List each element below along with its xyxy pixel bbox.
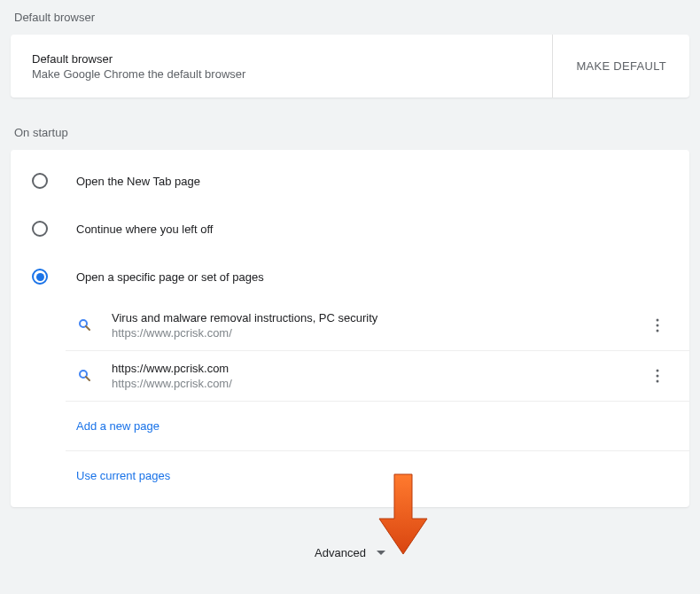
startup-page-title: https://www.pcrisk.com [112,362,647,375]
startup-page-url: https://www.pcrisk.com/ [112,377,647,390]
svg-point-2 [657,319,659,322]
on-startup-card: Open the New Tab page Continue where you… [11,150,689,507]
default-browser-title: Default browser [32,52,245,66]
default-browser-section-header: Default browser [11,0,689,35]
startup-option-specific-pages[interactable]: Open a specific page or set of pages [11,253,689,301]
startup-page-row: https://www.pcrisk.com https://www.pcris… [66,351,689,402]
startup-page-row: Virus and malware removal instructions, … [66,301,689,351]
default-browser-info: Default browser Make Google Chrome the d… [11,36,267,97]
startup-option-label: Continue where you left off [76,223,213,236]
on-startup-section-header: On startup [11,115,689,150]
svg-line-6 [86,377,89,380]
magnifier-favicon-icon [76,367,94,385]
radio-icon [32,221,48,237]
startup-page-info: https://www.pcrisk.com https://www.pcris… [112,362,647,390]
radio-icon-selected [32,269,48,285]
advanced-label: Advanced [315,546,366,559]
startup-option-label: Open a specific page or set of pages [76,270,264,284]
svg-line-1 [86,326,89,330]
svg-point-3 [657,324,659,327]
svg-point-8 [657,375,659,378]
startup-page-info: Virus and malware removal instructions, … [112,311,647,340]
default-browser-subtitle: Make Google Chrome the default browser [32,67,245,81]
startup-option-continue[interactable]: Continue where you left off [11,205,689,253]
default-browser-card: Default browser Make Google Chrome the d… [11,35,689,98]
page-menu-button[interactable] [647,315,668,336]
vertical-dots-icon [656,318,659,332]
startup-pages-list: Virus and malware removal instructions, … [11,301,689,500]
startup-option-new-tab[interactable]: Open the New Tab page [11,157,689,205]
add-new-page-link: Add a new page [76,419,159,433]
make-default-button[interactable]: MAKE DEFAULT [552,35,689,98]
advanced-toggle[interactable]: Advanced [11,525,689,581]
caret-down-icon [377,551,385,555]
radio-icon [32,173,48,189]
svg-point-9 [657,380,659,383]
startup-page-title: Virus and malware removal instructions, … [112,311,647,324]
svg-point-4 [657,330,659,332]
page-menu-button[interactable] [647,365,668,387]
vertical-dots-icon [656,369,659,383]
use-current-pages-row[interactable]: Use current pages [66,451,689,500]
startup-option-label: Open the New Tab page [76,175,200,188]
add-new-page-row[interactable]: Add a new page [66,402,689,451]
svg-point-7 [657,370,659,372]
magnifier-favicon-icon [76,317,94,334]
startup-page-url: https://www.pcrisk.com/ [112,326,647,340]
use-current-pages-link: Use current pages [76,469,170,482]
